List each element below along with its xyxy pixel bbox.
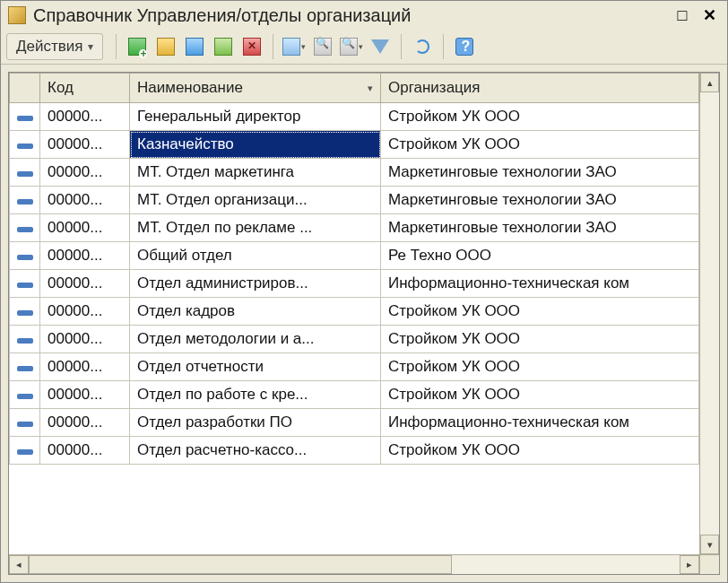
table-row[interactable]: 00000...Отдел администриров...Информацио… xyxy=(10,270,699,298)
cell-name[interactable]: МТ. Отдел организаци... xyxy=(130,187,381,214)
cell-code[interactable]: 00000... xyxy=(40,437,130,465)
folder-add-icon xyxy=(157,38,175,56)
scroll-track[interactable] xyxy=(700,92,719,535)
separator xyxy=(273,34,273,59)
row-icon-cell xyxy=(10,298,40,326)
tree-icon xyxy=(282,38,300,56)
cell-org[interactable]: Стройком УК ООО xyxy=(381,298,699,326)
row-icon-cell xyxy=(10,326,40,353)
chevron-down-icon: ▾ xyxy=(88,40,93,53)
cell-name[interactable]: Генеральный директор xyxy=(130,103,381,131)
cell-org[interactable]: Информационно-техническая ком xyxy=(381,409,699,437)
maximize-button[interactable]: □ xyxy=(672,4,693,26)
item-icon xyxy=(17,449,33,455)
add-group-button[interactable] xyxy=(152,33,179,60)
cell-org[interactable]: Стройком УК ООО xyxy=(381,381,699,409)
cell-org[interactable]: Информационно-техническая ком xyxy=(381,270,699,298)
cell-code[interactable]: 00000... xyxy=(40,270,130,298)
table-row[interactable]: 00000...МТ. Отдел организаци...Маркетинг… xyxy=(10,187,699,214)
cell-code[interactable]: 00000... xyxy=(40,409,130,437)
hierarchy-button[interactable]: ▾ xyxy=(281,33,308,60)
table-row[interactable]: 00000...МТ. Отдел маркетингаМаркетинговы… xyxy=(10,159,699,187)
cell-name[interactable]: МТ. Отдел по рекламе ... xyxy=(130,214,381,242)
delete-icon xyxy=(243,38,261,56)
cell-org[interactable]: Маркетинговые технологии ЗАО xyxy=(381,187,699,214)
row-icon-cell xyxy=(10,437,40,465)
cell-code[interactable]: 00000... xyxy=(40,214,130,242)
cell-org[interactable]: Стройком УК ООО xyxy=(381,103,699,131)
copy-button[interactable] xyxy=(181,33,208,60)
cell-code[interactable]: 00000... xyxy=(40,326,130,353)
delete-button[interactable] xyxy=(238,33,265,60)
item-icon xyxy=(17,116,33,121)
cell-org[interactable]: Маркетинговые технологии ЗАО xyxy=(381,159,699,187)
horizontal-scrollbar[interactable]: ◂ ▸ xyxy=(9,554,719,574)
cell-org[interactable]: Стройком УК ООО xyxy=(381,131,699,159)
edit-button[interactable] xyxy=(210,33,237,60)
goto-icon xyxy=(340,38,358,56)
cell-code[interactable]: 00000... xyxy=(40,353,130,381)
actions-menu-button[interactable]: Действия ▾ xyxy=(6,33,103,60)
scroll-thumb[interactable] xyxy=(29,555,452,574)
cell-code[interactable]: 00000... xyxy=(40,187,130,214)
cell-name[interactable]: Отдел по работе с кре... xyxy=(130,381,381,409)
cell-code[interactable]: 00000... xyxy=(40,131,130,159)
cell-code[interactable]: 00000... xyxy=(40,103,130,131)
go-button[interactable]: ▾ xyxy=(338,33,365,60)
cell-org[interactable]: Стройком УК ООО xyxy=(381,326,699,353)
refresh-icon xyxy=(415,39,429,54)
table-row[interactable]: 00000...Общий отделРе Техно ООО xyxy=(10,242,699,270)
row-icon-cell xyxy=(10,103,40,131)
table-row[interactable]: 00000...Отдел расчетно-кассо...Стройком … xyxy=(10,437,699,465)
help-icon xyxy=(455,38,473,56)
cell-code[interactable]: 00000... xyxy=(40,242,130,270)
table: Код Наименование▾ Организация 00000...Ге… xyxy=(9,73,699,465)
cell-org[interactable]: Стройком УК ООО xyxy=(381,437,699,465)
header-code[interactable]: Код xyxy=(40,74,130,103)
header-name[interactable]: Наименование▾ xyxy=(130,74,381,103)
scroll-track[interactable] xyxy=(29,555,680,574)
cell-org[interactable]: Маркетинговые технологии ЗАО xyxy=(381,214,699,242)
table-row[interactable]: 00000...Отдел отчетностиСтройком УК ООО xyxy=(10,353,699,381)
edit-icon xyxy=(214,38,232,56)
cell-name[interactable]: Отдел отчетности xyxy=(130,353,381,381)
cell-code[interactable]: 00000... xyxy=(40,381,130,409)
cell-name[interactable]: Общий отдел xyxy=(130,242,381,270)
table-row[interactable]: 00000...Отдел кадровСтройком УК ООО xyxy=(10,298,699,326)
cell-code[interactable]: 00000... xyxy=(40,298,130,326)
row-icon-cell xyxy=(10,187,40,214)
cell-code[interactable]: 00000... xyxy=(40,159,130,187)
table-row[interactable]: 00000...Генеральный директорСтройком УК … xyxy=(10,103,699,131)
move-button[interactable] xyxy=(309,33,336,60)
add-button[interactable] xyxy=(124,33,151,60)
table-row[interactable]: 00000...Отдел методологии и а...Стройком… xyxy=(10,326,699,353)
add-icon xyxy=(128,38,146,56)
cell-name[interactable]: Отдел кадров xyxy=(130,298,381,326)
cell-org[interactable]: Стройком УК ООО xyxy=(381,353,699,381)
cell-name[interactable]: Отдел расчетно-кассо... xyxy=(130,437,381,465)
cell-org[interactable]: Ре Техно ООО xyxy=(381,242,699,270)
item-icon xyxy=(17,310,33,316)
scroll-right-button[interactable]: ▸ xyxy=(680,555,699,574)
vertical-scrollbar[interactable]: ▴ ▾ xyxy=(699,73,719,554)
help-button[interactable] xyxy=(451,33,478,60)
table-row[interactable]: 00000...КазначействоСтройком УК ООО xyxy=(10,131,699,159)
refresh-button[interactable] xyxy=(409,33,436,60)
table-row[interactable]: 00000...МТ. Отдел по рекламе ...Маркетин… xyxy=(10,214,699,242)
scroll-up-button[interactable]: ▴ xyxy=(700,73,719,92)
header-org[interactable]: Организация xyxy=(381,74,699,103)
scroll-down-button[interactable]: ▾ xyxy=(700,535,719,554)
scroll-left-button[interactable]: ◂ xyxy=(9,555,29,574)
table-header-row: Код Наименование▾ Организация xyxy=(10,74,699,103)
header-icon[interactable] xyxy=(10,74,40,103)
cell-name[interactable]: Казначейство xyxy=(130,131,381,159)
table-row[interactable]: 00000...Отдел по работе с кре...Стройком… xyxy=(10,381,699,409)
table-row[interactable]: 00000...Отдел разработки ПОИнформационно… xyxy=(10,409,699,437)
cell-name[interactable]: Отдел администриров... xyxy=(130,270,381,298)
cell-name[interactable]: МТ. Отдел маркетинга xyxy=(130,159,381,187)
cell-name[interactable]: Отдел методологии и а... xyxy=(130,326,381,353)
item-icon xyxy=(17,283,33,288)
cell-name[interactable]: Отдел разработки ПО xyxy=(130,409,381,437)
close-button[interactable]: ✕ xyxy=(698,4,720,26)
filter-button[interactable] xyxy=(367,33,394,60)
